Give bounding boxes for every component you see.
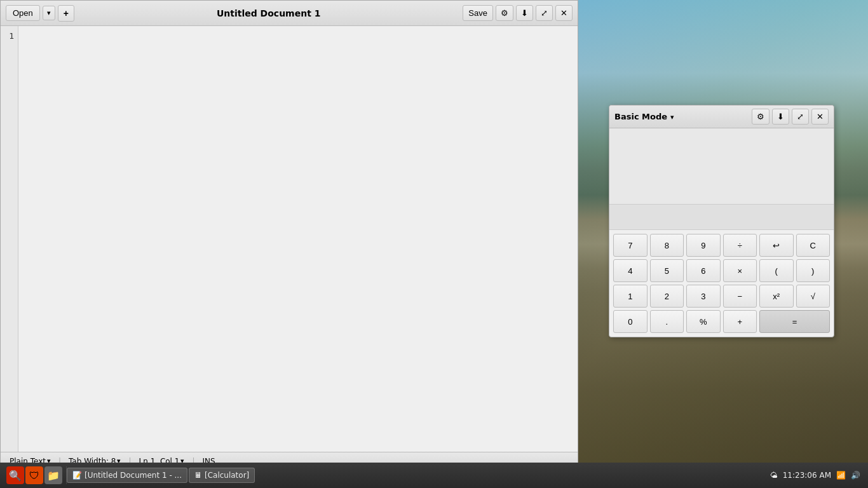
calc-history-area bbox=[609, 205, 834, 230]
calc-btn-0[interactable]: 0 bbox=[613, 310, 648, 333]
taskbar-editor-icon: 📝 bbox=[72, 471, 82, 480]
taskbar-calculator-label: [Calculator] bbox=[205, 471, 249, 480]
calc-btn-divide[interactable]: ÷ bbox=[723, 234, 757, 257]
editor-content: 1 bbox=[1, 26, 578, 452]
taskbar-calculator-icon: 🖩 bbox=[194, 471, 202, 480]
calc-btn-add[interactable]: + bbox=[723, 310, 757, 333]
close-button[interactable]: ✕ bbox=[555, 5, 573, 21]
download-button[interactable]: ⬇ bbox=[516, 5, 533, 21]
open-dropdown-button[interactable]: ▾ bbox=[43, 6, 55, 20]
calc-btn-percent[interactable]: % bbox=[686, 310, 721, 333]
taskbar-editor-window[interactable]: 📝 [Untitled Document 1 - ... bbox=[67, 468, 187, 483]
calc-mode-dropdown-button[interactable]: ▾ bbox=[670, 113, 674, 121]
weather-icon: 🌤 bbox=[770, 471, 778, 480]
launcher-security-icon[interactable]: 🛡 bbox=[25, 466, 43, 484]
taskbar-calculator-window[interactable]: 🖩 [Calculator] bbox=[189, 468, 255, 483]
calc-settings-button[interactable]: ⚙ bbox=[752, 109, 770, 125]
taskbar-windows: 📝 [Untitled Document 1 - ... 🖩 [Calculat… bbox=[67, 468, 255, 483]
calc-title: Basic Mode ▾ bbox=[614, 112, 749, 121]
taskbar-systray: 🌤 11:23:06 AM 📶 🔊 bbox=[770, 471, 865, 480]
maximize-button[interactable]: ⤢ bbox=[536, 5, 553, 21]
calc-display-area bbox=[609, 128, 834, 205]
save-button[interactable]: Save bbox=[463, 5, 493, 21]
calc-download-button[interactable]: ⬇ bbox=[772, 109, 789, 125]
calc-btn-clear[interactable]: C bbox=[796, 234, 831, 257]
calc-expression bbox=[614, 161, 829, 176]
calc-btn-subtract[interactable]: − bbox=[723, 285, 757, 308]
calc-btn-equals[interactable]: = bbox=[759, 310, 830, 333]
calc-maximize-button[interactable]: ⤢ bbox=[792, 109, 809, 125]
calc-btn-open-paren[interactable]: ( bbox=[759, 259, 794, 282]
calc-result bbox=[614, 176, 829, 199]
calc-btn-9[interactable]: 9 bbox=[686, 234, 721, 257]
wifi-icon: 📶 bbox=[836, 471, 846, 480]
calc-btn-8[interactable]: 8 bbox=[650, 234, 684, 257]
calc-btn-2[interactable]: 2 bbox=[650, 285, 684, 308]
line-number-1: 1 bbox=[4, 31, 14, 41]
calc-close-button[interactable]: ✕ bbox=[811, 109, 829, 125]
calc-btn-7[interactable]: 7 bbox=[613, 234, 648, 257]
calc-btn-decimal[interactable]: . bbox=[650, 310, 684, 333]
line-numbers: 1 bbox=[1, 26, 18, 452]
calc-mode-label: Basic Mode bbox=[614, 112, 667, 121]
calc-btn-multiply[interactable]: × bbox=[723, 259, 757, 282]
taskbar-editor-label: [Untitled Document 1 - ... bbox=[85, 471, 182, 480]
calc-btn-square[interactable]: x² bbox=[759, 285, 794, 308]
volume-icon: 🔊 bbox=[851, 471, 860, 480]
taskbar: 🔍 🛡 📁 📝 [Untitled Document 1 - ... 🖩 [Ca… bbox=[0, 463, 868, 488]
calc-btn-3[interactable]: 3 bbox=[686, 285, 721, 308]
open-button[interactable]: Open bbox=[6, 5, 40, 21]
calc-btn-sqrt[interactable]: √ bbox=[796, 285, 831, 308]
settings-button[interactable]: ⚙ bbox=[496, 5, 513, 21]
calc-btn-5[interactable]: 5 bbox=[650, 259, 684, 282]
calc-btn-4[interactable]: 4 bbox=[613, 259, 648, 282]
calc-btn-backspace[interactable]: ↩ bbox=[759, 234, 794, 257]
calc-buttons: 7 8 9 ÷ ↩ C 4 5 6 × ( ) 1 2 3 − x² √ 0 .… bbox=[609, 230, 834, 337]
calculator-window: Basic Mode ▾ ⚙ ⬇ ⤢ ✕ 7 8 9 ÷ ↩ C 4 5 6 ×… bbox=[609, 105, 834, 337]
launcher-files-icon[interactable]: 📁 bbox=[44, 466, 62, 484]
clock-display: 11:23:06 AM bbox=[783, 471, 831, 480]
editor-textarea[interactable] bbox=[18, 26, 578, 452]
editor-title: Untitled Document 1 bbox=[77, 8, 460, 18]
calc-btn-1[interactable]: 1 bbox=[613, 285, 648, 308]
app-launcher: 🔍 🛡 📁 bbox=[3, 466, 67, 484]
launcher-search-icon[interactable]: 🔍 bbox=[6, 466, 24, 484]
editor-titlebar: Open ▾ + Untitled Document 1 Save ⚙ ⬇ ⤢ … bbox=[1, 1, 578, 26]
editor-window: Open ▾ + Untitled Document 1 Save ⚙ ⬇ ⤢ … bbox=[0, 0, 578, 470]
calc-titlebar: Basic Mode ▾ ⚙ ⬇ ⤢ ✕ bbox=[609, 105, 834, 128]
calc-btn-close-paren[interactable]: ) bbox=[796, 259, 831, 282]
new-tab-button[interactable]: + bbox=[58, 5, 74, 22]
calc-btn-6[interactable]: 6 bbox=[686, 259, 721, 282]
